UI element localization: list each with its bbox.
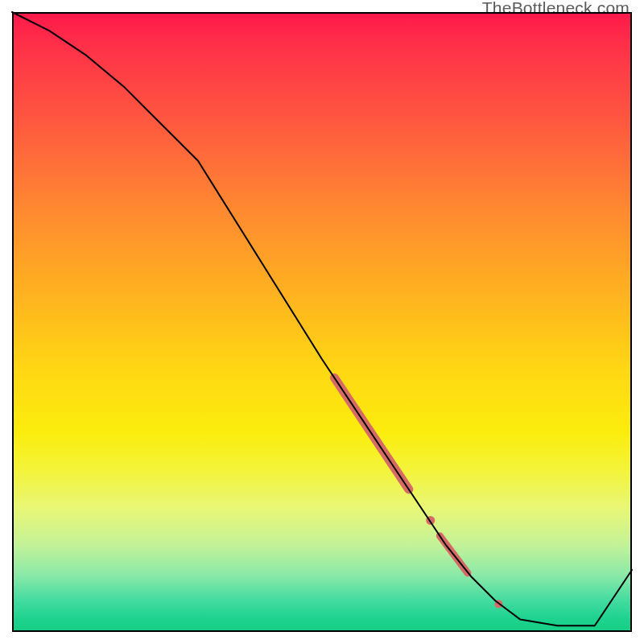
chart-overlay [12,12,632,632]
curve-line [12,12,632,625]
chart-container: TheBottleneck.com [0,0,644,644]
highlight-group [334,378,502,608]
